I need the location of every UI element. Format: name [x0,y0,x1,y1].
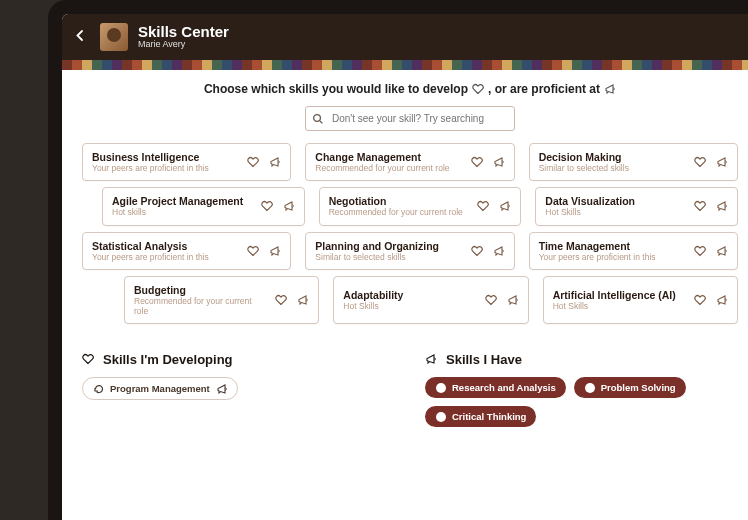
skill-name: Budgeting [134,284,267,296]
develop-heart-icon[interactable] [694,200,706,212]
device-frame: Skills Center Marie Avery Choose which s… [48,0,748,520]
refresh-icon [93,383,104,394]
proficient-megaphone-icon[interactable] [716,294,728,306]
page-title-block: Skills Center Marie Avery [138,24,229,50]
have-heading: Skills I Have [425,352,738,367]
develop-heart-icon[interactable] [247,245,259,257]
have-title: Skills I Have [446,352,522,367]
skill-name: Statistical Analysis [92,240,239,252]
page-title: Skills Center [138,24,229,41]
skill-hint: Your peers are proficient in this [92,163,239,173]
skill-name: Time Management [539,240,686,252]
have-section: Skills I Have Research and Analysis Prob… [425,352,738,427]
skill-card[interactable]: Decision MakingSimilar to selected skill… [529,143,738,181]
develop-heart-icon[interactable] [471,156,483,168]
develop-heart-icon[interactable] [694,156,706,168]
develop-heart-icon[interactable] [247,156,259,168]
skill-name: Change Management [315,151,462,163]
chip-label: Research and Analysis [452,382,556,393]
skill-hint: Hot skills [112,207,253,217]
developing-heading: Skills I'm Developing [82,352,395,367]
developing-section: Skills I'm Developing Program Management [82,352,395,427]
skill-card[interactable]: Artificial Intelligence (AI)Hot Skills [543,276,738,324]
proficient-megaphone-icon[interactable] [507,294,519,306]
decorative-ribbon [62,60,748,70]
heart-icon [82,353,96,367]
skill-hint: Hot Skills [553,301,686,311]
app-screen: Skills Center Marie Avery Choose which s… [62,14,748,520]
proficient-megaphone-icon[interactable] [716,245,728,257]
skill-row: Business IntelligenceYour peers are prof… [82,143,738,181]
skill-card[interactable]: NegotiationRecommended for your current … [319,187,522,225]
info-icon [435,382,446,393]
proficient-megaphone-icon[interactable] [716,200,728,212]
skill-name: Artificial Intelligence (AI) [553,289,686,301]
avatar[interactable] [100,23,128,51]
developing-title: Skills I'm Developing [103,352,233,367]
search-input[interactable] [305,106,515,131]
user-name: Marie Avery [138,40,229,50]
skill-name: Decision Making [539,151,686,163]
skill-card[interactable]: AdaptabilityHot Skills [333,276,528,324]
skill-name: Negotiation [329,195,470,207]
skill-card[interactable]: Time ManagementYour peers are proficient… [529,232,738,270]
skill-row: Statistical AnalysisYour peers are profi… [82,232,738,270]
skill-chip[interactable]: Program Management [82,377,238,400]
develop-heart-icon[interactable] [694,245,706,257]
skill-hint: Similar to selected skills [315,252,462,262]
developing-chips: Program Management [82,377,395,400]
skill-name: Adaptability [343,289,476,301]
skill-chip[interactable]: Research and Analysis [425,377,566,398]
develop-heart-icon[interactable] [485,294,497,306]
instruction-part2: , or are proficient at [488,82,600,96]
proficient-megaphone-icon[interactable] [499,200,511,212]
develop-heart-icon[interactable] [477,200,489,212]
proficient-megaphone-icon[interactable] [493,156,505,168]
info-icon [584,382,595,393]
search-icon [312,113,324,125]
skill-row: BudgetingRecommended for your current ro… [124,276,738,324]
skill-card[interactable]: Agile Project ManagementHot skills [102,187,305,225]
skill-row: Agile Project ManagementHot skills Negot… [102,187,738,225]
proficient-megaphone-icon[interactable] [283,200,295,212]
skill-card[interactable]: Statistical AnalysisYour peers are profi… [82,232,291,270]
skill-hint: Hot Skills [545,207,686,217]
skill-name: Business Intelligence [92,151,239,163]
megaphone-icon[interactable] [216,383,227,394]
megaphone-icon [425,353,439,367]
instruction-part1: Choose which skills you would like to de… [204,82,468,96]
chip-label: Program Management [110,383,210,394]
top-bar: Skills Center Marie Avery [62,14,748,60]
skill-hint: Recommended for your current role [315,163,462,173]
proficient-megaphone-icon[interactable] [269,245,281,257]
instruction-text: Choose which skills you would like to de… [82,82,738,96]
skill-hint: Your peers are proficient in this [539,252,686,262]
skill-card[interactable]: Planning and OrganizingSimilar to select… [305,232,514,270]
develop-heart-icon[interactable] [275,294,287,306]
skill-hint: Similar to selected skills [539,163,686,173]
skill-hint: Hot Skills [343,301,476,311]
main-content: Choose which skills you would like to de… [62,70,748,437]
skill-card[interactable]: Data VisualizationHot Skills [535,187,738,225]
skill-hint: Recommended for your current role [329,207,470,217]
develop-heart-icon[interactable] [261,200,273,212]
megaphone-icon [604,83,616,95]
skill-card[interactable]: BudgetingRecommended for your current ro… [124,276,319,324]
skill-name: Planning and Organizing [315,240,462,252]
skill-hint: Your peers are proficient in this [92,252,239,262]
skill-card[interactable]: Change ManagementRecommended for your cu… [305,143,514,181]
proficient-megaphone-icon[interactable] [269,156,281,168]
skill-chip[interactable]: Problem Solving [574,377,686,398]
chip-label: Critical Thinking [452,411,526,422]
skill-chip[interactable]: Critical Thinking [425,406,536,427]
skill-name: Data Visualization [545,195,686,207]
proficient-megaphone-icon[interactable] [297,294,309,306]
skill-card[interactable]: Business IntelligenceYour peers are prof… [82,143,291,181]
develop-heart-icon[interactable] [694,294,706,306]
skill-name: Agile Project Management [112,195,253,207]
develop-heart-icon[interactable] [471,245,483,257]
proficient-megaphone-icon[interactable] [493,245,505,257]
back-button[interactable] [74,29,90,45]
proficient-megaphone-icon[interactable] [716,156,728,168]
skill-hint: Recommended for your current role [134,296,267,316]
